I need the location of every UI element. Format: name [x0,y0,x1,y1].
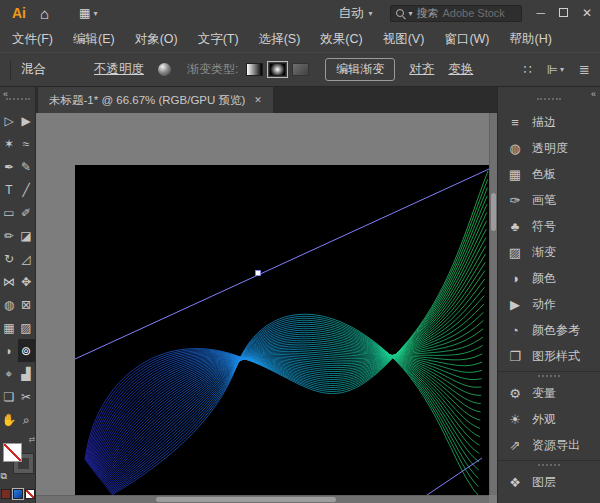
search-input[interactable]: ▾ 搜索 Adobe Stock [390,5,522,22]
panel-item-partial[interactable]: ◈ [498,495,600,503]
linear-gradient-swatch[interactable] [246,63,263,76]
fill-color-swatch[interactable] [3,443,22,462]
lasso-tool[interactable]: ≈ [18,132,35,155]
maximize-button[interactable] [559,7,568,19]
menu-item-4[interactable]: 选择(S) [259,31,301,48]
panel-graphic-styles[interactable]: ❐图形样式 [498,343,600,369]
none-button[interactable] [25,489,35,499]
panel-dock: « ≡描边◍透明度▦色板✑画笔♣符号▨渐变◑颜色▶动作◔颜色参考❐图形样式⚙变量… [497,87,600,503]
eraser-tool[interactable]: ◪ [18,224,35,247]
panel-appearance[interactable]: ☀外观 [498,406,600,432]
anchor-point[interactable] [256,271,261,276]
opacity-link[interactable]: 不透明度 [94,61,144,78]
panel-gradient-icon: ▨ [507,245,523,260]
eyedropper-tool[interactable]: ◗ [1,339,18,362]
menu-item-6[interactable]: 视图(V) [383,31,425,48]
panel-asset-export[interactable]: ⇗资源导出 [498,432,600,458]
tools-panel-grip[interactable] [6,98,30,100]
pen-tool[interactable]: ✒ [1,155,18,178]
canvas[interactable] [36,113,497,503]
align-options-icon[interactable]: ∷ [523,62,531,77]
panel-stroke-label: 描边 [532,114,556,131]
panel-brushes[interactable]: ✑画笔 [498,187,600,213]
menu-item-0[interactable]: 文件(F) [12,31,53,48]
artboard[interactable] [75,165,489,495]
swap-fill-stroke-icon[interactable]: ⇄ [29,435,36,444]
direct-selection-tool[interactable]: ▷ [1,109,18,132]
panel-layers[interactable]: ❖图层 [498,469,600,495]
vertical-scrollbar[interactable] [489,113,497,495]
panel-graphic-styles-icon: ❐ [507,349,523,364]
control-context-label: 混合 [21,61,46,78]
gradient-tool[interactable]: ▨ [18,316,35,339]
width-tool[interactable]: ⋈ [1,270,18,293]
radial-gradient-swatch[interactable] [269,63,286,76]
dock-control-icon[interactable]: ⊫▾ [547,62,564,77]
gradient-button[interactable] [13,489,23,499]
color-button[interactable] [1,489,11,499]
panel-brushes-label: 画笔 [532,192,556,209]
perspective-grid-tool[interactable]: ⊠ [18,293,35,316]
panel-color-guide[interactable]: ◔颜色参考 [498,317,600,343]
paintbrush-tool[interactable]: ✐ [18,201,35,224]
panel-symbols[interactable]: ♣符号 [498,213,600,239]
column-graph-tool[interactable]: ▟ [18,362,35,385]
horizontal-scrollbar-thumb[interactable] [156,497,336,502]
line-segment-tool[interactable]: ╱ [18,178,35,201]
menu-item-3[interactable]: 文字(T) [198,31,239,48]
dock-control-icon-chevron: ▾ [560,65,564,74]
menu-item-5[interactable]: 效果(C) [320,31,362,48]
artboard-tool[interactable]: ❏ [1,385,18,408]
panel-color[interactable]: ◑颜色 [498,265,600,291]
magic-wand-tool[interactable]: ✶ [1,132,18,155]
hand-tool[interactable]: ✋ [1,408,18,431]
edit-gradient-button[interactable]: 编辑渐变 [325,58,395,81]
gradient-sphere-icon[interactable] [158,63,171,76]
zoom-tool[interactable]: ⌕ [18,408,35,431]
menu-item-1[interactable]: 编辑(E) [73,31,115,48]
minimize-button[interactable]: ─ [536,7,545,19]
panel-actions[interactable]: ▶动作 [498,291,600,317]
align-link[interactable]: 对齐 [409,61,434,78]
shape-builder-tool[interactable]: ◍ [1,293,18,316]
control-menu-icon[interactable]: ≣ [579,62,590,77]
chevron-down-icon: ▾ [93,9,97,18]
tool-grid: ▷▶✶≈✒✎T╱▭✐✏◪↻◿⋈✥◍⊠▦▨◗⊚⌖▟❏✂✋⌕ [1,109,35,431]
freeform-gradient-swatch[interactable] [292,63,309,76]
tab-close-icon[interactable]: ✕ [254,95,262,105]
menu-item-7[interactable]: 窗口(W) [444,31,489,48]
symbol-sprayer-tool[interactable]: ⌖ [1,362,18,385]
type-tool[interactable]: T [1,178,18,201]
selection-tool[interactable]: ▶ [18,109,35,132]
scale-tool[interactable]: ◿ [18,247,35,270]
menu-item-8[interactable]: 帮助(H) [510,31,552,48]
slice-tool[interactable]: ✂ [18,385,35,408]
rotate-tool[interactable]: ↻ [1,247,18,270]
mesh-tool[interactable]: ▦ [1,316,18,339]
panel-transparency[interactable]: ◍透明度 [498,135,600,161]
panel-swatches[interactable]: ▦色板 [498,161,600,187]
home-icon[interactable]: ⌂ [40,5,49,22]
shaper-tool[interactable]: ✏ [1,224,18,247]
arrange-documents-button[interactable]: ▦ ▾ [79,6,97,20]
panel-variables[interactable]: ⚙变量 [498,380,600,406]
free-transform-tool[interactable]: ✥ [18,270,35,293]
transform-link[interactable]: 变换 [448,61,473,78]
document-tab[interactable]: 未标题-1* @ 66.67% (RGB/GPU 预览) ✕ [38,87,273,113]
rectangle-tool[interactable]: ▭ [1,201,18,224]
panel-gradient[interactable]: ▨渐变 [498,239,600,265]
expand-panels-icon[interactable]: « [591,89,596,99]
panel-stroke[interactable]: ≡描边 [498,109,600,135]
horizontal-scrollbar[interactable] [36,495,489,503]
panel-color-guide-icon: ◔ [507,323,523,338]
menu-item-2[interactable]: 对象(O) [135,31,178,48]
chevron-down-icon: ▾ [368,9,372,18]
panel-transparency-icon: ◍ [507,141,523,156]
vertical-scrollbar-thumb[interactable] [491,193,496,231]
auto-dropdown[interactable]: 自动 ▾ [338,5,372,22]
blend-tool[interactable]: ⊚ [18,339,35,362]
close-button[interactable]: ✕ [582,7,592,19]
default-colors-icon[interactable]: ⧉ [1,471,7,482]
curvature-tool[interactable]: ✎ [18,155,35,178]
panel-dock-grip[interactable] [537,98,561,100]
